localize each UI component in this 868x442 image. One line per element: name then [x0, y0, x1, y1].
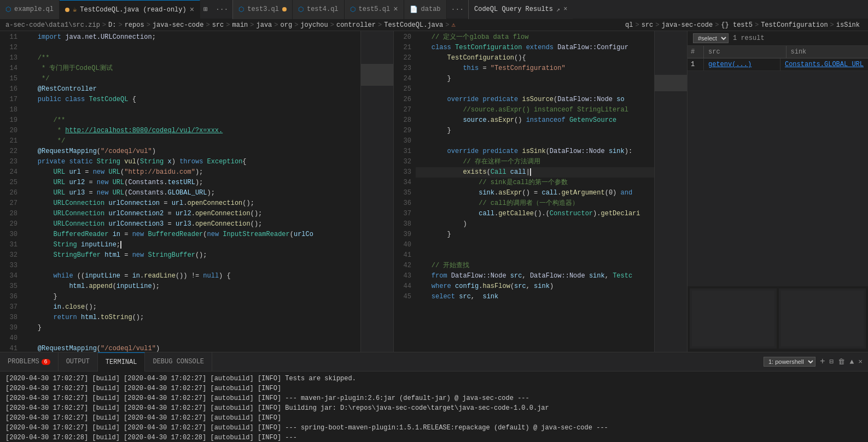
result-row-num: 1	[688, 58, 704, 70]
close-panel-btn[interactable]: ×	[858, 358, 863, 366]
code-line: URL url3 = new URL(Constants.GLOBAL_URL)…	[22, 188, 360, 198]
tab-icon: 📄	[410, 5, 418, 14]
add-terminal-btn[interactable]: +	[820, 357, 825, 367]
code-line: from DataFlow::Node src, DataFlow::Node …	[416, 271, 654, 281]
tab-overflow-right[interactable]: ···	[447, 5, 468, 14]
right-line-numbers: 20 21 22 23 24 25 26 27 28 29 30 31 32 3…	[394, 31, 416, 352]
tab-example-ql[interactable]: ⬡ example.ql	[0, 0, 60, 19]
src-link[interactable]: getenv(...)	[708, 61, 752, 68]
tab-testcodeql-java[interactable]: ☕ TestCodeQL.java (read-only) ×	[60, 0, 200, 19]
debug-label: DEBUG CONSOLE	[153, 358, 204, 366]
code-line: class TestConfiguration extends DataFlow…	[416, 43, 654, 53]
code-line: URLConnection urlConnection = url.openCo…	[22, 198, 360, 209]
code-line: }	[416, 74, 654, 84]
code-line: BufferedReader in = new BufferedReader(n…	[22, 229, 360, 240]
tab-icon: ☕	[73, 5, 77, 14]
tab-modified-dot	[282, 7, 287, 11]
right-code-area[interactable]: 20 21 22 23 24 25 26 27 28 29 30 31 32 3…	[394, 31, 687, 352]
tab-label: example.ql	[14, 5, 54, 13]
split-terminal-btn[interactable]: ⊟	[830, 357, 834, 366]
code-line: */	[22, 74, 360, 84]
code-line: URL url = new URL("http://baidu.com");	[22, 167, 360, 178]
result-row-src[interactable]: getenv(...)	[704, 58, 780, 70]
trash-terminal-btn[interactable]: 🗑	[838, 358, 845, 366]
code-line	[22, 261, 360, 271]
results-table-header: # src sink	[688, 46, 868, 58]
terminal-line: [2020-04-30 17:02:27] [build] [2020-04-3…	[5, 403, 863, 413]
code-line: /**	[22, 53, 360, 63]
tab-terminal[interactable]: TERMINAL	[98, 352, 145, 372]
results-sub-header: #select 1 result	[688, 31, 868, 46]
code-line: source.asExpr() instanceof GetenvSource	[416, 115, 654, 126]
code-line	[416, 240, 654, 250]
code-line: // 定义一个globa data flow	[416, 32, 654, 43]
codeql-tab-close[interactable]: ×	[563, 5, 567, 13]
codeql-tab-resize[interactable]: ↗	[556, 5, 560, 14]
left-line-numbers: 11 12 13 14 15 16 17 18 19 20 21 22 23 2…	[0, 31, 22, 352]
bottom-tabs: PROBLEMS 6 OUTPUT TERMINAL DEBUG CONSOLE…	[0, 352, 868, 372]
col-header-num: #	[688, 46, 704, 58]
code-line: * http://localhost:8080/codeql/vul/?x=xx…	[22, 126, 360, 136]
codeql-results-panel: #select 1 result # src sink 1 getenv(...…	[688, 31, 868, 352]
terminal-content[interactable]: [2020-04-30 17:02:27] [build] [2020-04-3…	[0, 372, 868, 442]
terminal-line: [2020-04-30 17:02:28] [build] [2020-04-3…	[5, 433, 863, 442]
problems-badge: 6	[42, 359, 50, 365]
maximize-panel-btn[interactable]: ▲	[849, 358, 854, 366]
code-line: }	[416, 229, 654, 240]
code-line: String inputLine;	[22, 240, 360, 250]
left-code-content: 11 12 13 14 15 16 17 18 19 20 21 22 23 2…	[0, 31, 360, 352]
tab-test5-ql[interactable]: ⬡ test5.ql ×	[345, 0, 404, 19]
tab-test4-ql[interactable]: ⬡ test4.ql	[293, 0, 345, 19]
right-editor-panel: 20 21 22 23 24 25 26 27 28 29 30 31 32 3…	[394, 31, 688, 352]
code-line: }	[22, 292, 360, 302]
close-icon[interactable]: ×	[393, 5, 398, 13]
right-minimap	[654, 31, 687, 352]
terminal-line: [2020-04-30 17:02:27] [build] [2020-04-3…	[5, 393, 863, 403]
tab-datab[interactable]: 📄 datab	[404, 0, 447, 19]
code-line: select src, sink	[416, 292, 654, 302]
tab-debug-console[interactable]: DEBUG CONSOLE	[145, 352, 212, 372]
split-editor-btn[interactable]: ⊞	[200, 5, 211, 14]
col-header-sink: sink	[787, 46, 869, 58]
codeql-panel-tab[interactable]: CodeQL Query Results ↗ ×	[469, 0, 573, 19]
code-line: import java.net.URLConnection;	[22, 32, 360, 43]
tab-icon: ⬡	[350, 5, 356, 14]
table-row: 1 getenv(...) Constants.GLOBAL_URL	[688, 58, 868, 71]
tab-label: test3.ql	[247, 5, 279, 13]
code-line: /**	[22, 115, 360, 126]
code-line: while ((inputLine = in.readLine()) != nu…	[22, 271, 360, 281]
terminal-line: [2020-04-30 17:02:27] [build] [2020-04-3…	[5, 413, 863, 423]
tab-problems[interactable]: PROBLEMS 6	[0, 352, 59, 372]
right-code-content: 20 21 22 23 24 25 26 27 28 29 30 31 32 3…	[394, 31, 654, 352]
code-line: this = "TestConfiguration"	[416, 63, 654, 74]
select-dropdown[interactable]: #select	[693, 33, 729, 43]
code-line: html.append(inputLine);	[22, 281, 360, 292]
tab-label: datab	[421, 5, 441, 13]
code-line: }	[416, 126, 654, 136]
code-line: where config.hasFlow(src, sink)	[416, 281, 654, 292]
code-line: )	[416, 219, 654, 229]
tab-label: TestCodeQL.java (read-only)	[80, 6, 186, 14]
result-row-sink[interactable]: Constants.GLOBAL_URL	[780, 58, 868, 70]
result-count: 1 result	[733, 34, 765, 42]
code-line: */	[22, 136, 360, 146]
sink-link[interactable]: Constants.GLOBAL_URL	[785, 61, 864, 68]
close-icon[interactable]: ×	[190, 6, 194, 14]
bottom-panel: PROBLEMS 6 OUTPUT TERMINAL DEBUG CONSOLE…	[0, 352, 868, 442]
code-line: in.close();	[22, 302, 360, 313]
left-code-area[interactable]: 11 12 13 14 15 16 17 18 19 20 21 22 23 2…	[0, 31, 393, 352]
code-line: }	[22, 323, 360, 333]
code-line	[416, 84, 654, 95]
breadcrumb: a-sec-code\data1\src.zip > D: > repos > …	[0, 19, 868, 31]
bottom-right-controls: 1: powershell + ⊟ 🗑 ▲ ×	[758, 357, 868, 367]
code-line: StringBuffer html = new StringBuffer();	[22, 250, 360, 261]
powershell-select[interactable]: 1: powershell	[764, 357, 815, 367]
tab-output[interactable]: OUTPUT	[59, 352, 98, 372]
code-line: override predicate isSource(DataFlow::No…	[416, 95, 654, 105]
tab-test3-ql[interactable]: ⬡ test3.ql	[233, 0, 293, 19]
code-line: //source.asExpr() instanceof StringLiter…	[416, 105, 654, 115]
code-line: override predicate isSink(DataFlow::Node…	[416, 146, 654, 157]
tab-dot	[65, 8, 69, 12]
code-line: public class TestCodeQL {	[22, 95, 360, 105]
tab-overflow-left[interactable]: ···	[211, 5, 232, 14]
